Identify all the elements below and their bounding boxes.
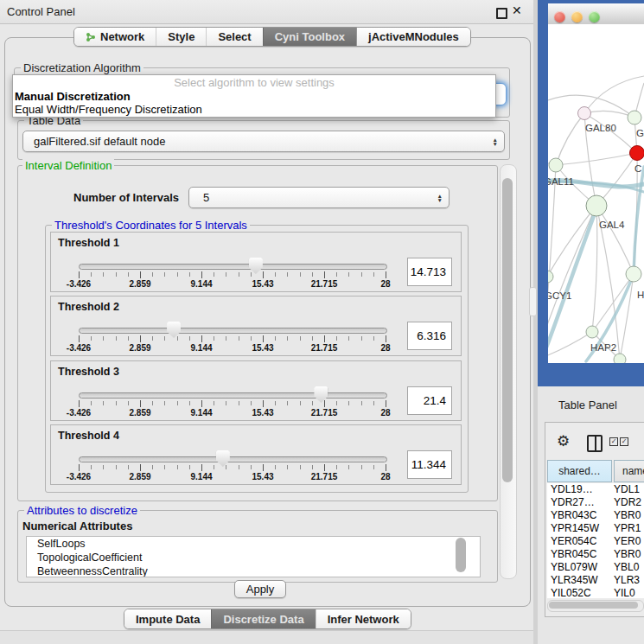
slider-tick [189, 465, 190, 469]
network-node-gal4[interactable] [586, 195, 607, 216]
slider-tick [300, 272, 301, 277]
network-node-gal80[interactable] [578, 107, 591, 120]
slider-tick [312, 272, 313, 277]
slider-track[interactable] [79, 328, 387, 334]
network-edge[interactable] [548, 332, 592, 358]
network-edge[interactable] [556, 113, 584, 165]
table-row[interactable]: YER054CYER0 [547, 535, 644, 548]
threshold-value-field[interactable]: 14.713 [407, 258, 452, 286]
slider-tick [336, 272, 337, 277]
network-node-hap2[interactable] [586, 326, 598, 338]
table-cell: YBR0 [614, 548, 641, 560]
column-layout-icon[interactable] [587, 435, 603, 452]
network-edge[interactable] [596, 206, 634, 274]
slider-thumb[interactable] [167, 322, 181, 338]
slider-tick [189, 272, 190, 277]
network-edge[interactable] [592, 274, 634, 332]
table-column-header[interactable]: shared… [547, 460, 612, 482]
attributes-scrollbar-thumb[interactable] [456, 538, 466, 572]
tab-select[interactable]: Select [206, 28, 262, 46]
network-edge[interactable] [556, 153, 637, 165]
table-column-header[interactable]: name [614, 460, 644, 482]
slider-tick [116, 272, 117, 277]
network-edge-thick[interactable] [634, 167, 644, 274]
slider-tick [103, 465, 104, 469]
slider-tick [386, 335, 386, 342]
network-window-titlebar[interactable] [548, 3, 644, 25]
number-of-intervals-label: Number of Intervals [73, 191, 179, 204]
bottom-tab-infer-network[interactable]: Infer Network [316, 609, 411, 628]
attribute-list-item[interactable]: BetweennessCentrality [27, 564, 480, 577]
network-node-node-red[interactable] [630, 146, 644, 161]
slider-tick [152, 465, 153, 469]
threshold-value-field[interactable]: 11.344 [407, 450, 452, 479]
slider-track[interactable] [79, 264, 387, 270]
attributes-group-label: Attributes to discretize [24, 504, 140, 517]
numerical-attributes-list[interactable]: SelfLoopsTopologicalCoefficientBetweenne… [26, 536, 481, 577]
slider-tick [226, 401, 226, 405]
network-node-node-bottom[interactable] [614, 354, 626, 363]
gear-icon[interactable]: ⚙ [557, 432, 570, 450]
network-node-gcy1[interactable] [548, 271, 553, 283]
network-node-gal11[interactable] [549, 158, 563, 172]
table-data-combobox[interactable]: galFiltered.sif default node ▲▼ [22, 131, 505, 152]
table-row[interactable]: YIL052CYIL0 [547, 587, 644, 598]
table-row[interactable]: YDL19…YDL1 [547, 483, 644, 496]
table-scrollbar-thumb[interactable] [549, 602, 638, 609]
number-of-intervals-combobox[interactable]: 5 ▲▼ [188, 187, 450, 208]
table-row[interactable]: YLR345WYLR3 [547, 574, 644, 587]
slider-track[interactable] [79, 392, 387, 399]
threshold-value-field[interactable]: 21.4 [407, 386, 452, 415]
divider-resize-handle[interactable] [529, 287, 537, 316]
number-of-intervals-value: 5 [203, 191, 209, 204]
tab-network[interactable]: Network [74, 28, 156, 46]
close-traffic-light-icon[interactable] [554, 11, 565, 22]
attribute-list-item[interactable]: TopologicalCoefficient [27, 551, 480, 564]
table-cell: YBL079W [547, 561, 614, 573]
slider-thumb[interactable] [216, 450, 230, 467]
table-row[interactable]: YBR043CYBR0 [547, 509, 644, 522]
network-edge[interactable] [584, 76, 644, 113]
slider-tick-label: 15.43 [252, 472, 273, 481]
network-edge[interactable] [548, 95, 634, 118]
threshold-label: Threshold 4 [58, 430, 119, 442]
settings-vertical-scrollbar[interactable] [500, 164, 517, 579]
settings-scrollbar-thumb[interactable] [502, 178, 513, 482]
slider-tick [177, 272, 178, 277]
algorithm-option[interactable]: Equal Width/Frequency Discretization [13, 103, 495, 116]
algorithm-option[interactable]: Manual Discretization [13, 90, 495, 103]
float-window-icon[interactable] [496, 8, 507, 19]
table-row[interactable]: YBR045CYBR0 [547, 548, 644, 561]
table-row[interactable]: YDR27…YDR2 [547, 496, 644, 509]
network-view-canvas[interactable]: GAL80GACGAL11GAL4GCY1HHAP2 [548, 24, 644, 363]
combo-stepper-icon: ▲▼ [493, 137, 504, 146]
slider-tick [140, 335, 141, 342]
slider-tick [251, 465, 252, 469]
apply-button[interactable]: Apply [234, 580, 286, 598]
slider-thumb[interactable] [314, 386, 328, 403]
slider-track[interactable] [79, 456, 387, 462]
slider-tick [177, 336, 178, 341]
network-node-node-top-right[interactable] [628, 111, 641, 124]
attribute-list-item[interactable]: SelfLoops [27, 537, 480, 551]
minimize-traffic-light-icon[interactable] [571, 11, 583, 22]
network-node-node-h[interactable] [626, 266, 641, 282]
network-edge[interactable] [592, 206, 597, 332]
threshold-value-field[interactable]: 6.316 [407, 322, 452, 350]
slider-tick [287, 272, 288, 277]
table-row[interactable]: YBL079WYBL0 [547, 561, 644, 574]
slider-tick [103, 336, 104, 341]
node-table[interactable]: YDL19…YDL1YDR27…YDR2YBR043CYBR0YPR145WYP… [547, 483, 644, 598]
tab-cyni-toolbox[interactable]: Cyni Toolbox [263, 28, 356, 46]
checkbox-icon[interactable]: ✓ [609, 437, 618, 446]
checkbox-icon[interactable]: ✓ [620, 437, 628, 446]
network-edge[interactable] [548, 206, 596, 277]
slider-tick [189, 336, 190, 341]
tab-style[interactable]: Style [156, 28, 206, 46]
tab-jactivemnodules[interactable]: jActiveMNodules [356, 28, 470, 46]
table-row[interactable]: YPR145WYPR1 [547, 522, 644, 535]
close-icon[interactable]: ✕ [512, 3, 522, 17]
zoom-traffic-light-icon[interactable] [589, 11, 600, 22]
bottom-tab-discretize-data[interactable]: Discretize Data [211, 609, 315, 628]
bottom-tab-impute-data[interactable]: Impute Data [124, 609, 211, 628]
